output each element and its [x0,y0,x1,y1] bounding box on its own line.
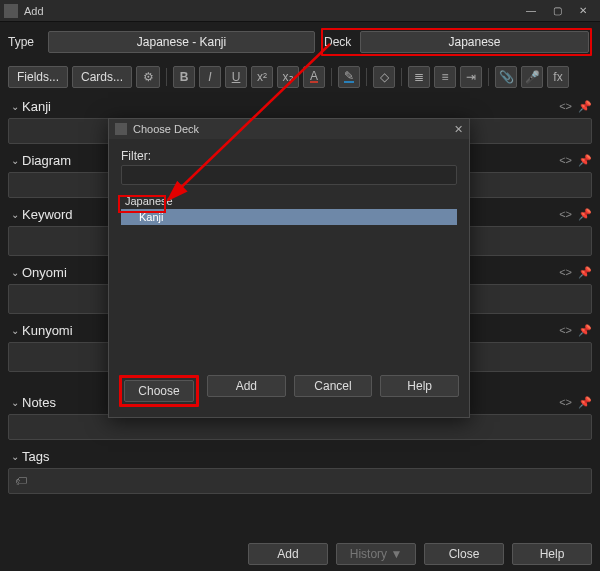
type-selector[interactable]: Japanese - Kanji [48,31,315,53]
dialog-button-bar: Choose Add Cancel Help [109,367,469,417]
chevron-down-icon[interactable]: ⌄ [8,397,22,408]
highlight-icon: ✎ [344,71,354,83]
filter-input[interactable] [121,165,457,185]
font-color-button[interactable]: A [303,66,325,88]
cards-button[interactable]: Cards... [72,66,132,88]
close-button[interactable]: Close [424,543,504,565]
separator [166,68,167,86]
tags-input[interactable]: 🏷 [8,468,592,494]
superscript-button[interactable]: x² [251,66,273,88]
erase-format-button[interactable]: ◇ [373,66,395,88]
tags-row: ⌄ Tags 🏷 [8,446,592,494]
separator [366,68,367,86]
chevron-down-icon[interactable]: ⌄ [8,155,22,166]
separator [401,68,402,86]
deck-list[interactable]: Japanese Kanji [121,193,457,361]
tags-label: Tags [22,449,592,464]
dialog-icon [115,123,127,135]
fx-button[interactable]: fx [547,66,569,88]
filter-label: Filter: [121,149,457,163]
pin-icon[interactable]: 📌 [578,266,592,279]
html-toggle-icon[interactable]: <> [559,396,572,409]
help-button[interactable]: Help [512,543,592,565]
html-toggle-icon[interactable]: <> [559,154,572,167]
window-title: Add [24,5,44,17]
dialog-title: Choose Deck [133,123,199,135]
window-titlebar: Add — ▢ ✕ [0,0,600,22]
indent-button[interactable]: ⇥ [460,66,482,88]
deck-highlight-box: Deck Japanese [321,28,592,56]
pin-icon[interactable]: 📌 [578,396,592,409]
pin-icon[interactable]: 📌 [578,324,592,337]
underline-button[interactable]: U [225,66,247,88]
choose-highlight-box: Choose [119,375,199,407]
choose-deck-dialog: Choose Deck ✕ Filter: Japanese Kanji Cho… [108,118,470,418]
chevron-down-icon[interactable]: ⌄ [8,209,22,220]
deck-value: Japanese [448,35,500,49]
pin-icon[interactable]: 📌 [578,208,592,221]
pin-icon[interactable]: 📌 [578,154,592,167]
attachment-button[interactable]: 📎 [495,66,517,88]
font-color-icon: A [310,71,318,83]
window-maximize-button[interactable]: ▢ [544,2,570,20]
separator [331,68,332,86]
window-close-button[interactable]: ✕ [570,2,596,20]
deck-item-kanji[interactable]: Kanji [121,209,457,225]
bold-icon: B [180,70,189,84]
fields-button[interactable]: Fields... [8,66,68,88]
chevron-down-icon[interactable]: ⌄ [8,101,22,112]
history-button[interactable]: History ▼ [336,543,416,565]
app-icon [4,4,18,18]
dialog-help-button[interactable]: Help [380,375,459,397]
type-value: Japanese - Kanji [137,35,226,49]
highlight-button[interactable]: ✎ [338,66,360,88]
italic-icon: I [208,70,211,84]
dialog-cancel-button[interactable]: Cancel [294,375,373,397]
add-note-button[interactable]: Add [248,543,328,565]
editor-toolbar: Fields... Cards... ⚙ B I U x² x₂ A ✎ ◇ ≣… [0,62,600,96]
dialog-titlebar: Choose Deck ✕ [109,119,469,139]
underline-icon: U [232,70,241,84]
deck-selector[interactable]: Japanese [360,31,589,53]
type-label: Type [8,35,42,49]
ordered-list-button[interactable]: ≡ [434,66,456,88]
html-toggle-icon[interactable]: <> [559,100,572,113]
record-audio-button[interactable]: 🎤 [521,66,543,88]
unordered-list-button[interactable]: ≣ [408,66,430,88]
tag-icon: 🏷 [15,474,27,488]
html-toggle-icon[interactable]: <> [559,208,572,221]
deck-item-japanese[interactable]: Japanese [121,193,457,209]
dialog-close-button[interactable]: ✕ [454,123,463,136]
gear-icon[interactable]: ⚙ [136,66,160,88]
html-toggle-icon[interactable]: <> [559,324,572,337]
choose-button[interactable]: Choose [124,380,194,402]
pin-icon[interactable]: 📌 [578,100,592,113]
window-minimize-button[interactable]: — [518,2,544,20]
chevron-down-icon[interactable]: ⌄ [8,267,22,278]
deck-label: Deck [324,35,354,49]
dialog-add-button[interactable]: Add [207,375,286,397]
bottom-button-bar: Add History ▼ Close Help [248,543,592,565]
bold-button[interactable]: B [173,66,195,88]
chevron-down-icon[interactable]: ⌄ [8,451,22,462]
field-name: Kanji [22,99,559,114]
separator [488,68,489,86]
subscript-button[interactable]: x₂ [277,66,299,88]
chevron-down-icon[interactable]: ⌄ [8,325,22,336]
type-deck-row: Type Japanese - Kanji Deck Japanese [0,22,600,62]
italic-button[interactable]: I [199,66,221,88]
html-toggle-icon[interactable]: <> [559,266,572,279]
